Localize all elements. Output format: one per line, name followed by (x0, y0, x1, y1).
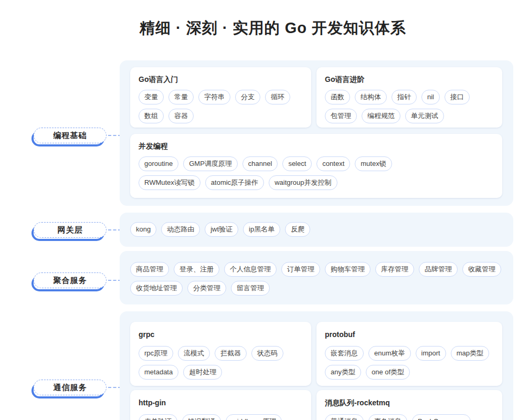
card-go-advanced: Go语言进阶 函数结构体指针nil接口包管理编程规范单元测试 (316, 67, 502, 128)
tag-pill: channel (242, 156, 278, 171)
tag-list: 普通消息事务消息PushConsumer (325, 414, 494, 420)
tag-pill: 事务消息 (368, 414, 407, 420)
side-label-programming-basics: 编程基础 (34, 128, 107, 143)
tag-pill: 留言管理 (231, 281, 270, 296)
tag-pill: waitgroup并发控制 (269, 175, 337, 190)
tag-pill: 循环 (265, 90, 290, 104)
card-title: 消息队列-rocketmq (325, 398, 494, 407)
tag-pill: import (416, 346, 446, 361)
card-title: grpc (139, 330, 303, 339)
knowledge-map-page: 精细 · 深刻 · 实用的 Go 开发知识体系 编程基础 网关层 聚合服务 通信… (0, 0, 518, 420)
tag-list: 函数结构体指针nil接口包管理编程规范单元测试 (325, 90, 494, 123)
side-label-text: 聚合服务 (34, 272, 107, 288)
tag-pill: 反爬 (285, 222, 310, 237)
tag-pill: 数组 (139, 109, 164, 123)
card-http-gin: http-gin 表单验证错误翻译middlware原理 (130, 390, 311, 420)
card-concurrency: 并发编程 goroutineGMP调度原理channelselectcontex… (130, 134, 502, 198)
tag-pill: 单元测试 (405, 109, 444, 123)
tag-list: kong动态路由jwt验证ip黑名单反爬 (130, 222, 503, 237)
tag-pill: 普通消息 (325, 414, 364, 420)
tag-pill: one of类型 (366, 365, 410, 380)
tag-pill: atomic原子操作 (205, 175, 264, 190)
tag-pill: 字符串 (198, 90, 230, 104)
card-title: protobuf (325, 330, 494, 339)
tag-list: 变量常量字符串分支循环数组容器 (139, 90, 303, 123)
tag-pill: 个人信息管理 (224, 262, 277, 277)
section-aggregation-services: 商品管理登录、注册个人信息管理订单管理购物车管理库存管理品牌管理收藏管理收货地址… (120, 251, 513, 304)
tag-pill: mutex锁 (355, 156, 392, 171)
tag-pill: 收藏管理 (462, 262, 501, 277)
side-label-communication-services: 通信服务 (34, 380, 107, 395)
tag-pill: ip黑名单 (243, 222, 280, 237)
tag-pill: 库存管理 (375, 262, 414, 277)
tag-pill: 分支 (235, 90, 260, 104)
card-title: 并发编程 (139, 141, 494, 151)
card-protobuf: protobuf 嵌套消息enum枚举importmap类型any类型one o… (316, 322, 502, 386)
tag-pill: map类型 (451, 346, 489, 361)
tag-pill: goroutine (139, 156, 178, 171)
tag-pill: 收货地址管理 (130, 281, 183, 296)
side-label-aggregation-services: 聚合服务 (34, 272, 107, 288)
tag-pill: 购物车管理 (325, 262, 371, 277)
tag-pill: 编程规范 (362, 109, 400, 123)
tag-pill: 表单验证 (139, 414, 177, 420)
tag-list: rpc原理流模式拦截器状态码metadata超时处理 (139, 346, 303, 380)
tag-pill: rpc原理 (139, 346, 173, 361)
tag-pill: 分类管理 (187, 281, 226, 296)
tag-pill: 品牌管理 (419, 262, 458, 277)
tag-pill: 变量 (139, 90, 164, 104)
tag-pill: 超时处理 (183, 365, 222, 380)
side-label-gateway-layer: 网关层 (34, 222, 107, 238)
tag-pill: 接口 (445, 90, 470, 104)
tag-pill: 嵌套消息 (325, 346, 364, 361)
tag-pill: 指针 (392, 90, 417, 104)
tag-list: 商品管理登录、注册个人信息管理订单管理购物车管理库存管理品牌管理收藏管理收货地址… (130, 262, 503, 296)
section-communication-services: grpc rpc原理流模式拦截器状态码metadata超时处理 protobuf… (120, 311, 513, 420)
page-title: 精细 · 深刻 · 实用的 Go 开发知识体系 (0, 18, 518, 39)
tag-pill: GMP调度原理 (183, 156, 238, 171)
tag-pill: 商品管理 (130, 262, 169, 277)
tag-pill: RWMutex读写锁 (139, 175, 200, 190)
tag-list: goroutineGMP调度原理channelselectcontextmute… (139, 156, 432, 190)
section-gateway-layer: kong动态路由jwt验证ip黑名单反爬 (120, 213, 513, 247)
tag-pill: any类型 (325, 365, 361, 380)
tag-pill: 结构体 (355, 90, 387, 104)
tag-pill: context (316, 156, 350, 171)
tag-pill: middlware原理 (226, 414, 282, 420)
tag-pill: 动态路由 (161, 222, 200, 237)
tag-pill: 常量 (168, 90, 194, 104)
tag-pill: nil (421, 90, 440, 104)
tag-pill: select (282, 156, 312, 171)
tag-pill: 状态码 (251, 346, 283, 361)
card-rocketmq: 消息队列-rocketmq 普通消息事务消息PushConsumer (316, 390, 502, 420)
tag-pill: 登录、注册 (174, 262, 219, 277)
tag-list: 嵌套消息enum枚举importmap类型any类型one of类型 (325, 346, 494, 380)
side-label-text: 网关层 (34, 222, 107, 238)
tag-pill: jwt验证 (205, 222, 238, 237)
tag-pill: PushConsumer (412, 414, 471, 420)
side-label-text: 通信服务 (34, 380, 107, 395)
tag-pill: 错误翻译 (182, 414, 221, 420)
card-title: Go语言入门 (139, 75, 303, 84)
card-title: Go语言进阶 (325, 75, 494, 84)
card-title: http-gin (139, 398, 303, 407)
tag-list: 表单验证错误翻译middlware原理 (139, 414, 303, 420)
tag-pill: 流模式 (178, 346, 210, 361)
section-programming-basics: Go语言入门 变量常量字符串分支循环数组容器 Go语言进阶 函数结构体指针nil… (120, 60, 513, 206)
tag-pill: 函数 (325, 90, 350, 104)
tag-pill: 拦截器 (215, 346, 247, 361)
card-grpc: grpc rpc原理流模式拦截器状态码metadata超时处理 (130, 322, 311, 386)
tag-pill: metadata (139, 365, 178, 380)
card-go-intro: Go语言入门 变量常量字符串分支循环数组容器 (130, 67, 311, 128)
tag-pill: 包管理 (325, 109, 357, 123)
tag-pill: kong (130, 222, 156, 237)
tag-pill: 订单管理 (281, 262, 320, 277)
tag-pill: enum枚举 (368, 346, 411, 361)
side-label-text: 编程基础 (34, 128, 107, 143)
tag-pill: 容器 (168, 109, 194, 123)
